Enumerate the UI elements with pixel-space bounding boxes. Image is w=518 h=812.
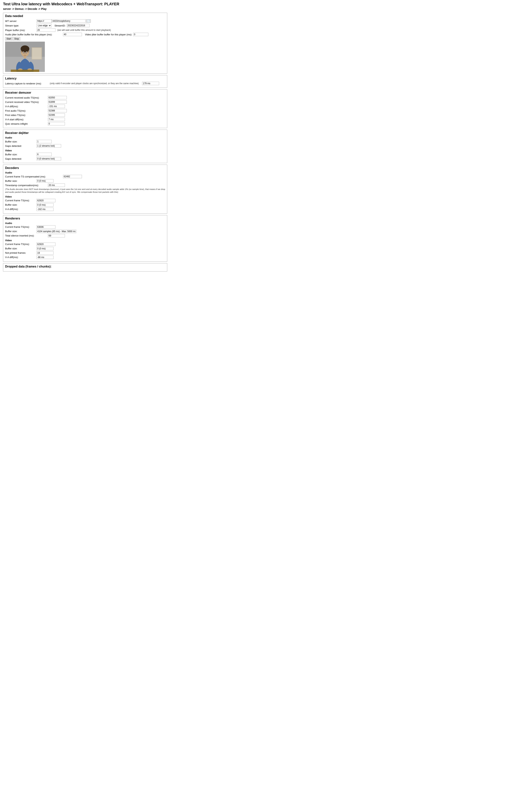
video-ts-row: Current received video TS(ms): bbox=[5, 100, 165, 104]
decoders-audio-ts-comp-input[interactable] bbox=[48, 183, 65, 187]
receiver-demuxer-section: Receiver demuxer Current received audio … bbox=[3, 89, 167, 128]
first-audio-input[interactable] bbox=[48, 109, 67, 112]
decoders-audio-title: Audio bbox=[5, 171, 165, 174]
decoders-audio-frame-ts-input[interactable] bbox=[63, 175, 82, 178]
quic-inflight-input[interactable] bbox=[48, 122, 65, 125]
renderers-video-buffer-input[interactable] bbox=[36, 247, 54, 250]
renderers-video-not-printed-row: Not printed frames: bbox=[5, 251, 165, 255]
renderers-audio-silence-row: Total silence inserted (ms): bbox=[5, 234, 165, 237]
svg-rect-16 bbox=[32, 48, 41, 59]
wt-server-input[interactable] bbox=[36, 19, 52, 23]
renderers-video-not-printed-label: Not printed frames: bbox=[5, 252, 35, 254]
renderers-audio-buffer-input[interactable] bbox=[36, 230, 76, 233]
renderers-audio-buffer-row: Buffer size: bbox=[5, 230, 165, 233]
quic-inflight-row: Quic streams inflight: bbox=[5, 122, 165, 125]
va-start-input[interactable] bbox=[48, 118, 65, 121]
renderers-audio-title: Audio bbox=[5, 222, 165, 225]
dejitter-video-gaps-label: Gaps detected: bbox=[5, 157, 35, 160]
receiver-demuxer-title: Receiver demuxer bbox=[5, 91, 165, 94]
renderers-video-frame-ts-input[interactable] bbox=[36, 242, 55, 246]
decoders-video-buffer-input[interactable] bbox=[36, 203, 54, 207]
renderers-audio-frame-ts-row: Current frame TS(ms): bbox=[5, 225, 165, 229]
renderers-audio-silence-input[interactable] bbox=[48, 234, 65, 237]
renderers-section: Renderers Audio Current frame TS(ms): Bu… bbox=[3, 215, 167, 262]
wt-server-label: WT server: bbox=[5, 20, 35, 23]
decoders-video-va-diff-row: V-A diff(ms): bbox=[5, 207, 165, 211]
renderers-video-buffer-row: Buffer size: bbox=[5, 247, 165, 250]
dejitter-audio-buffer-input[interactable] bbox=[36, 140, 52, 143]
decoders-video-frame-ts-label: Current frame TS(ms): bbox=[5, 199, 35, 202]
va-diff-row: V-A diff(ms): bbox=[5, 105, 165, 108]
latency-label: Latency capture to renderer (ms): bbox=[5, 82, 47, 85]
stream-id-input[interactable] bbox=[67, 24, 89, 27]
wt-server-icon-button[interactable]: 📄 bbox=[86, 19, 91, 23]
renderers-video-va-diff-label: V-A diff(ms): bbox=[5, 256, 35, 259]
decoders-video-va-diff-label: V-A diff(ms): bbox=[5, 208, 35, 210]
renderers-video-va-diff-input[interactable] bbox=[36, 256, 54, 259]
renderers-video-not-printed-input[interactable] bbox=[36, 251, 54, 255]
audio-ts-row: Current received audio TS(ms): bbox=[5, 96, 165, 99]
decoders-audio-ts-comp-row: Timestamp compensation(ms): bbox=[5, 183, 165, 187]
stop-button[interactable]: Stop bbox=[13, 37, 20, 40]
dejitter-audio-buffer-row: Buffer size: bbox=[5, 140, 165, 143]
dejitter-video-title: Video bbox=[5, 149, 165, 152]
audio-jitter-input[interactable] bbox=[63, 33, 82, 36]
dejitter-audio-gaps-row: Gaps detected: bbox=[5, 144, 165, 148]
dejitter-video-gaps-row: Gaps detected: bbox=[5, 157, 165, 161]
renderers-video-title: Video bbox=[5, 239, 165, 242]
decoders-audio-description: (The Audio decoder does NOT track timest… bbox=[5, 188, 165, 194]
decoders-video-frame-ts-input[interactable] bbox=[36, 199, 55, 202]
decoders-audio-buffer-input[interactable] bbox=[36, 179, 54, 182]
video-ts-input[interactable] bbox=[48, 100, 67, 104]
renderers-video-va-diff-row: V-A diff(ms): bbox=[5, 256, 165, 259]
stream-type-row: Stream type: Live edge VOD StreamID: bbox=[5, 24, 165, 27]
latency-section: Latency Latency capture to renderer (ms)… bbox=[3, 75, 167, 88]
renderers-video-frame-ts-label: Current frame TS(ms): bbox=[5, 243, 35, 245]
decoders-audio-buffer-row: Buffer size: bbox=[5, 179, 165, 182]
latency-note: (only valid if encoder and player clocks… bbox=[50, 82, 139, 85]
wt-server-suffix-input[interactable] bbox=[52, 19, 86, 23]
player-buffer-input[interactable] bbox=[36, 28, 55, 32]
dejitter-audio-gaps-input[interactable] bbox=[36, 144, 61, 148]
renderers-title: Renderers bbox=[5, 217, 165, 220]
video-jitter-input[interactable] bbox=[133, 33, 148, 36]
stream-id-label: StreamID: bbox=[55, 24, 66, 27]
receiver-dejitter-section: Receiver dejitter Audio Buffer size: Gap… bbox=[3, 129, 167, 163]
decoders-audio-frame-ts-row: Current frame TS compensated (ms): bbox=[5, 175, 165, 178]
latency-row: Latency capture to renderer (ms): (only … bbox=[5, 82, 165, 85]
decoders-audio-ts-comp-label: Timestamp compensation(ms): bbox=[5, 184, 47, 187]
va-diff-input[interactable] bbox=[48, 105, 65, 108]
svg-point-9 bbox=[21, 49, 29, 53]
decoders-audio-buffer-label: Buffer size: bbox=[5, 179, 35, 182]
player-buffer-label: Player buffer (ms): bbox=[5, 29, 35, 32]
video-preview bbox=[5, 41, 45, 72]
wt-server-row: WT server: 📄 bbox=[5, 19, 165, 23]
renderers-video-frame-ts-row: Current frame TS(ms): bbox=[5, 242, 165, 246]
page-subtitle: server -> Demux -> Decode -> Play bbox=[3, 7, 167, 10]
svg-rect-4 bbox=[24, 56, 26, 58]
controls-row: Start Stop bbox=[5, 37, 165, 40]
decoders-video-frame-ts-row: Current frame TS(ms): bbox=[5, 199, 165, 202]
svg-point-13 bbox=[26, 52, 27, 53]
latency-value[interactable] bbox=[142, 82, 159, 85]
jitter-buffer-row: Audio jitter buffer buffer for this play… bbox=[5, 33, 165, 36]
decoders-video-va-diff-input[interactable] bbox=[36, 207, 54, 211]
video-preview-svg bbox=[5, 41, 45, 72]
first-audio-label: First audio TS(ms): bbox=[5, 109, 47, 112]
decoders-section: Decoders Audio Current frame TS compensa… bbox=[3, 165, 167, 213]
dropped-data-title: Dropped data (frames / chunks): bbox=[5, 265, 165, 268]
renderers-audio-frame-ts-input[interactable] bbox=[36, 225, 55, 229]
dejitter-audio-title: Audio bbox=[5, 136, 165, 139]
start-button[interactable]: Start bbox=[5, 37, 12, 40]
audio-ts-input[interactable] bbox=[48, 96, 67, 99]
first-audio-row: First audio TS(ms): bbox=[5, 109, 165, 112]
dejitter-video-gaps-input[interactable] bbox=[36, 157, 61, 161]
first-video-label: First video TS(ms): bbox=[5, 114, 47, 117]
stream-type-select[interactable]: Live edge VOD bbox=[36, 24, 52, 27]
first-video-input[interactable] bbox=[48, 113, 65, 117]
dejitter-video-buffer-input[interactable] bbox=[36, 153, 52, 156]
receiver-dejitter-title: Receiver dejitter bbox=[5, 131, 165, 135]
dejitter-video-buffer-label: Buffer size: bbox=[5, 153, 35, 156]
va-diff-label: V-A diff(ms): bbox=[5, 105, 47, 108]
dejitter-video-buffer-row: Buffer size: bbox=[5, 153, 165, 156]
